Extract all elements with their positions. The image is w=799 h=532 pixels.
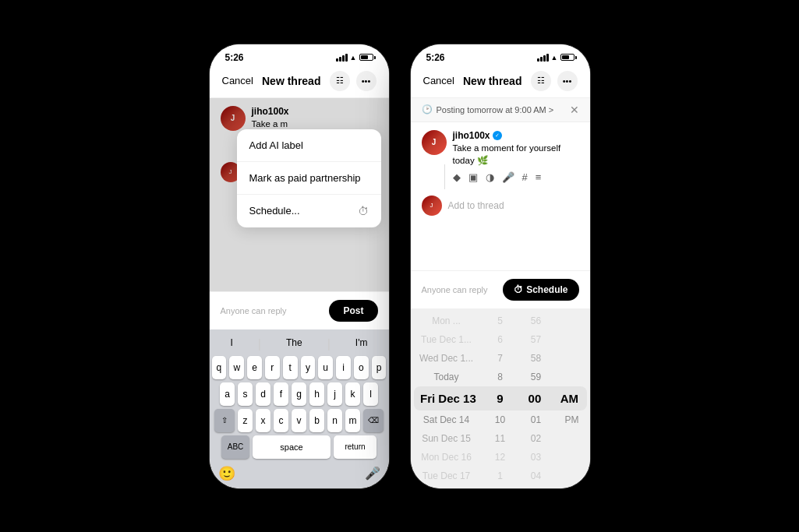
thread-content-right: J jiho100x ✓ Take a moment for yourself … xyxy=(411,122,590,270)
key-m[interactable]: m xyxy=(345,409,360,432)
draft-icon[interactable]: ☷ xyxy=(330,71,350,91)
key-g[interactable]: g xyxy=(292,382,306,406)
keyboard-left: I | The | I'm q w e r t y u i o p xyxy=(210,329,389,488)
schedule-text: Schedule... xyxy=(249,205,300,217)
key-l[interactable]: l xyxy=(363,382,378,406)
picker-row-6: Sun Dec 15 11 02 xyxy=(411,429,590,448)
schedule-button[interactable]: ⏱ Schedule xyxy=(503,279,578,301)
post-text-right[interactable]: Take a moment for yourself today 🌿 xyxy=(453,142,579,167)
emoji-key[interactable]: 🙂 xyxy=(218,465,235,482)
battery-icon xyxy=(359,54,373,61)
backspace-key[interactable]: ⌫ xyxy=(363,409,384,432)
picker-hour-selected: 9 xyxy=(483,386,517,410)
status-icons-left: ▲ xyxy=(336,54,373,62)
more-icon-right[interactable]: ••• xyxy=(557,71,578,91)
date-picker[interactable]: Mon ... 5 56 Tue Dec 1... 6 57 Wed D xyxy=(411,308,590,488)
suggestion-3[interactable]: I'm xyxy=(355,337,368,351)
key-f[interactable]: f xyxy=(274,382,288,406)
gif-icon-right[interactable]: ◑ xyxy=(486,171,494,183)
signal-icon xyxy=(336,54,348,62)
thread-content-left: J jiho100x Take a m ◆ ▣ xyxy=(210,98,389,291)
picker-row-2: Wed Dec 1... 7 58 xyxy=(411,349,590,368)
space-key[interactable]: space xyxy=(253,435,331,459)
key-j[interactable]: j xyxy=(327,382,342,406)
picker-date-0: Mon ... xyxy=(411,312,483,330)
key-u[interactable]: u xyxy=(318,356,333,379)
key-p[interactable]: p xyxy=(372,356,387,379)
more-icon-post[interactable]: ≡ xyxy=(536,171,542,183)
key-o[interactable]: o xyxy=(354,356,369,379)
key-v[interactable]: v xyxy=(292,409,306,432)
media-icon-right[interactable]: ◆ xyxy=(453,171,461,183)
picker-date-8: Tue Dec 17 xyxy=(411,467,483,485)
return-key[interactable]: return xyxy=(334,435,377,459)
keys-row-1: q w e r t y u i o p xyxy=(212,356,387,379)
dropdown-item-schedule[interactable]: Schedule... ⏱ xyxy=(237,195,381,227)
picker-hour-3: 8 xyxy=(483,368,518,386)
mic-key[interactable]: 🎤 xyxy=(365,466,380,481)
schedule-banner-close[interactable]: ✕ xyxy=(570,104,579,116)
abc-key[interactable]: ABC xyxy=(221,435,249,459)
wifi-icon: ▲ xyxy=(350,54,357,62)
nav-icons-left: ☷ ••• xyxy=(330,71,377,91)
key-i[interactable]: i xyxy=(336,356,351,379)
picker-min-7: 03 xyxy=(518,448,554,467)
key-n[interactable]: n xyxy=(327,409,342,432)
hashtag-icon-right[interactable]: # xyxy=(522,171,528,183)
suggestion-1[interactable]: I xyxy=(231,337,233,351)
key-k[interactable]: k xyxy=(345,382,360,406)
signal-icon-right xyxy=(537,54,549,62)
username-row-right: jiho100x ✓ xyxy=(453,130,579,141)
voice-icon-right[interactable]: 🎤 xyxy=(502,171,514,183)
cancel-button-left[interactable]: Cancel xyxy=(222,75,253,86)
picker-date-1: Tue Dec 1... xyxy=(411,330,483,349)
picker-min-selected: 00 xyxy=(518,386,552,410)
nav-title-left: New thread xyxy=(262,75,320,87)
picker-min-8: 04 xyxy=(518,467,554,485)
dropdown-item-ai[interactable]: Add AI label xyxy=(237,129,381,162)
key-r[interactable]: r xyxy=(265,356,280,379)
picker-row-selected: Fri Dec 13 9 00 AM xyxy=(414,386,587,410)
key-d[interactable]: d xyxy=(256,382,270,406)
picker-row-8: Tue Dec 17 1 04 xyxy=(411,467,590,485)
schedule-banner-text[interactable]: Posting tomorrow at 9:00 AM > xyxy=(437,105,554,115)
photo-icon-right[interactable]: ▣ xyxy=(468,171,478,183)
dropdown-item-paid[interactable]: Mark as paid partnership xyxy=(237,162,381,195)
key-b[interactable]: b xyxy=(309,409,324,432)
post-button[interactable]: Post xyxy=(329,300,377,322)
picker-row-7: Mon Dec 16 12 03 xyxy=(411,448,590,467)
status-time-right: 5:26 xyxy=(426,52,445,63)
picker-ampm-5: PM xyxy=(554,410,590,429)
picker-ampm-0 xyxy=(554,317,590,325)
picker-date-6: Sun Dec 15 xyxy=(411,429,483,448)
status-icons-right: ▲ xyxy=(537,54,575,62)
key-w[interactable]: w xyxy=(229,356,244,379)
add-thread-row-right: J Add to thread xyxy=(411,189,590,222)
more-icon[interactable]: ••• xyxy=(356,71,377,91)
key-s[interactable]: s xyxy=(238,382,253,406)
picker-row-5: Sat Dec 14 10 01 PM xyxy=(411,410,590,429)
key-z[interactable]: z xyxy=(238,409,253,432)
shift-key[interactable]: ⇧ xyxy=(214,409,235,432)
picker-date-5: Sat Dec 14 xyxy=(411,410,483,429)
key-a[interactable]: a xyxy=(220,382,235,406)
key-x[interactable]: x xyxy=(256,409,270,432)
picker-date-2: Wed Dec 1... xyxy=(411,349,483,368)
bottom-bar-right: Anyone can reply ⏱ Schedule xyxy=(411,270,590,308)
picker-hour-0: 5 xyxy=(483,312,518,330)
status-bar-left: 5:26 ▲ xyxy=(210,44,389,66)
suggestions-row: I | The | I'm xyxy=(212,334,387,356)
key-t[interactable]: t xyxy=(283,356,298,379)
add-thread-text-right[interactable]: Add to thread xyxy=(448,200,504,211)
cancel-button-right[interactable]: Cancel xyxy=(423,75,454,86)
key-q[interactable]: q xyxy=(212,356,227,379)
picker-min-0: 56 xyxy=(518,312,554,330)
key-e[interactable]: e xyxy=(247,356,262,379)
key-c[interactable]: c xyxy=(274,409,288,432)
bottom-bar-left: Anyone can reply Post xyxy=(210,291,389,329)
suggestion-2[interactable]: The xyxy=(286,337,302,351)
phone-right: 5:26 ▲ Cancel New thread xyxy=(411,44,590,488)
key-h[interactable]: h xyxy=(309,382,324,406)
key-y[interactable]: y xyxy=(301,356,316,379)
draft-icon-right[interactable]: ☷ xyxy=(531,71,551,91)
